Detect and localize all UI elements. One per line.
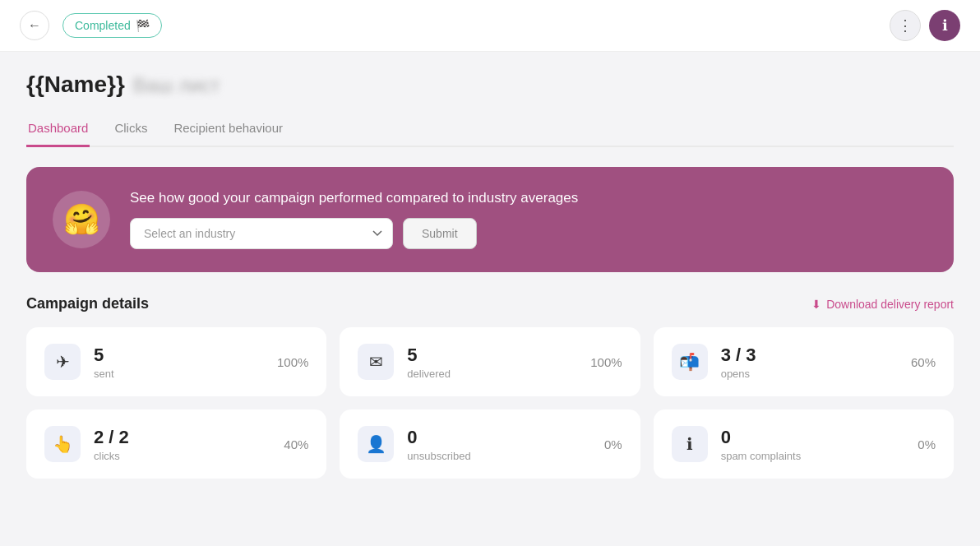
stat-card-spam-complaints: ℹ 0 spam complaints 0%: [654, 410, 954, 479]
sent-info: 5 sent: [94, 345, 264, 380]
spam-complaints-label: spam complaints: [721, 450, 905, 462]
topbar: ← Completed 🏁 ⋮ ℹ: [0, 0, 980, 52]
unsubscribed-icon: 👤: [358, 426, 394, 462]
banner-emoji: 🤗: [63, 202, 100, 237]
info-icon: ℹ: [942, 16, 948, 35]
campaign-subtitle: Ваш лист: [133, 74, 220, 97]
topbar-right: ⋮ ℹ: [890, 10, 960, 41]
spam-complaints-number: 0: [721, 427, 905, 448]
flag-icon: 🏁: [136, 19, 150, 32]
topbar-left: ← Completed 🏁: [20, 11, 162, 40]
clicks-label: clicks: [94, 450, 270, 462]
status-badge: Completed 🏁: [62, 13, 162, 38]
stat-card-unsubscribed: 👤 0 unsubscribed 0%: [340, 410, 640, 479]
tab-clicks[interactable]: Clicks: [113, 114, 149, 147]
sent-icon: ✈: [44, 344, 81, 380]
sent-label: sent: [94, 368, 264, 380]
sent-percent: 100%: [277, 355, 308, 369]
back-button[interactable]: ←: [20, 11, 49, 40]
unsubscribed-number: 0: [407, 427, 591, 448]
page-content: {{Name}}Ваш лист Dashboard Clicks Recipi…: [0, 52, 980, 498]
industry-banner: 🤗 See how good your campaign performed c…: [26, 167, 954, 272]
stat-card-clicks: 👆 2 / 2 clicks 40%: [26, 410, 326, 479]
back-icon: ←: [28, 18, 41, 33]
opens-percent: 60%: [911, 355, 936, 369]
delivered-info: 5 delivered: [407, 345, 577, 380]
banner-text: See how good your campaign performed com…: [130, 190, 927, 206]
section-title: Campaign details: [26, 295, 149, 312]
unsubscribed-info: 0 unsubscribed: [407, 427, 591, 462]
spam-complaints-icon: ℹ: [672, 426, 708, 462]
status-label: Completed: [75, 19, 131, 32]
info-button[interactable]: ℹ: [929, 10, 960, 41]
emoji-circle: 🤗: [53, 191, 110, 248]
opens-number: 3 / 3: [721, 345, 898, 366]
download-label: Download delivery report: [826, 298, 954, 311]
opens-info: 3 / 3 opens: [721, 345, 898, 380]
page-title: {{Name}}Ваш лист: [26, 72, 954, 98]
delivered-icon: ✉: [358, 344, 394, 380]
download-link[interactable]: ⬇ Download delivery report: [811, 298, 954, 311]
download-icon: ⬇: [811, 298, 821, 311]
industry-select[interactable]: Select an industry: [130, 218, 393, 249]
delivered-percent: 100%: [590, 355, 622, 369]
clicks-icon: 👆: [44, 426, 81, 462]
tab-dashboard[interactable]: Dashboard: [26, 114, 90, 147]
clicks-number: 2 / 2: [94, 427, 270, 448]
clicks-percent: 40%: [284, 437, 308, 451]
spam-complaints-percent: 0%: [918, 437, 936, 451]
opens-icon: 📬: [672, 344, 708, 380]
opens-label: opens: [721, 368, 898, 380]
more-options-button[interactable]: ⋮: [890, 10, 921, 41]
campaign-name: {{Name}}: [26, 72, 125, 97]
tabs-container: Dashboard Clicks Recipient behaviour: [26, 114, 954, 147]
spam-complaints-info: 0 spam complaints: [721, 427, 905, 462]
sent-number: 5: [94, 345, 264, 366]
campaign-details-header: Campaign details ⬇ Download delivery rep…: [26, 295, 954, 312]
submit-button[interactable]: Submit: [403, 218, 477, 249]
stats-grid: ✈ 5 sent 100% ✉ 5 delivered 100% 📬 3 / 3…: [26, 327, 954, 479]
clicks-info: 2 / 2 clicks: [94, 427, 270, 462]
more-icon: ⋮: [898, 16, 913, 35]
unsubscribed-label: unsubscribed: [407, 450, 591, 462]
tab-recipient-behaviour[interactable]: Recipient behaviour: [172, 114, 284, 147]
stat-card-delivered: ✉ 5 delivered 100%: [340, 327, 640, 396]
banner-controls: Select an industry Submit: [130, 218, 927, 249]
stat-card-sent: ✈ 5 sent 100%: [26, 327, 326, 396]
stat-card-opens: 📬 3 / 3 opens 60%: [654, 327, 954, 396]
unsubscribed-percent: 0%: [604, 437, 622, 451]
banner-content: See how good your campaign performed com…: [130, 190, 927, 249]
delivered-label: delivered: [407, 368, 577, 380]
delivered-number: 5: [407, 345, 577, 366]
